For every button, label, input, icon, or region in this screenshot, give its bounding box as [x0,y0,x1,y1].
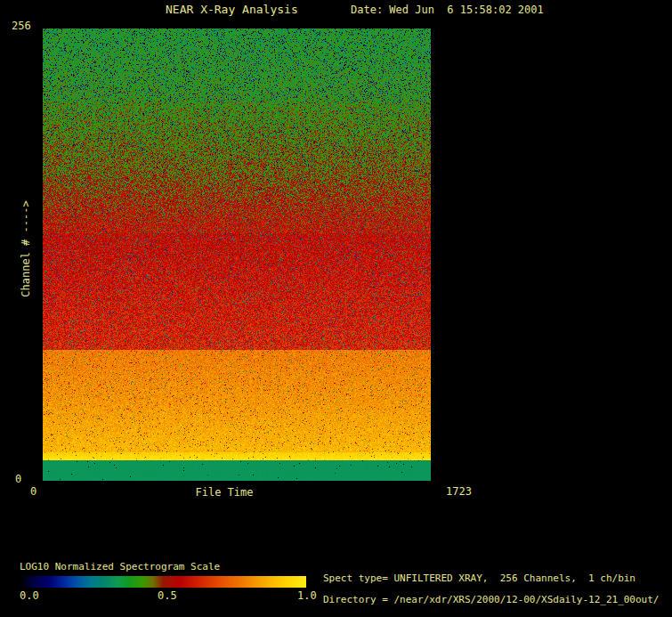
x-axis-title: File Time [43,486,406,499]
x-axis-min-tick: 0 [30,486,36,498]
spect-type-line: Spect type= UNFILTERED XRAY, 256 Channel… [323,573,636,584]
spectrogram-heatmap [43,28,431,481]
colorbar-title: LOG10 Normalized Spectrogram Scale [20,562,220,572]
page-title: NEAR X-Ray Analysis [166,4,298,16]
colorbar-tick-mid: 0.5 [158,590,177,602]
colorbar-gradient [20,576,306,588]
colorbar-tick-min: 0.0 [20,590,39,602]
x-axis-max-tick: 1723 [446,486,472,498]
y-axis-min-tick: 0 [15,474,21,485]
y-axis-max-tick: 256 [12,20,31,32]
colorbar-tick-max: 1.0 [297,590,317,602]
near-xray-analysis-window: NEAR X-Ray Analysis Date: Wed Jun 6 15:5… [0,0,672,617]
directory-line: Directory = /near/xdr/XRS/2000/12-00/XSd… [323,595,660,605]
y-axis-title: Channel # ----> [20,183,33,316]
date-label: Date: Wed Jun 6 15:58:02 2001 [351,4,544,16]
